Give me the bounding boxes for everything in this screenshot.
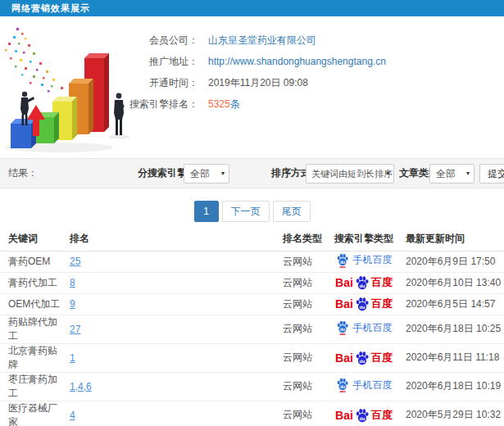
rank-cell: 1,4,6 (61, 372, 275, 401)
rank-link[interactable]: 9 (70, 298, 75, 310)
rank-link[interactable]: 1 (70, 352, 75, 364)
engine-label: 手机百度 (353, 378, 393, 392)
baidu-logo: Bai du 百度 (335, 351, 393, 365)
updated-cell: 2020年6月18日 10:19 (400, 372, 504, 401)
keyword-cell: 北京膏药贴牌 (0, 343, 61, 372)
rank-cell: 8 (61, 272, 275, 293)
baidu-paw-icon: du (336, 378, 349, 392)
engine-type-cell: du 手机百度 (328, 372, 400, 401)
header-section: 会员公司： 山东皇圣堂药业有限公司 推广地址： http://www.shand… (0, 16, 504, 158)
promo-url-link[interactable]: http://www.shandonghuangshengtang.cn (208, 56, 386, 67)
rank-type-cell: 云网站 (275, 293, 328, 315)
baidu-logo-bai: Bai (335, 351, 353, 365)
baidu-logo-cn: 百度 (371, 297, 393, 311)
mobile-baidu-logo: du 手机百度 (336, 378, 393, 392)
engine-filter-value: 全部 (190, 168, 210, 179)
svg-text:du: du (339, 384, 344, 389)
updated-cell: 2020年6月18日 10:25 (400, 315, 504, 343)
rank-type-cell: 云网站 (275, 401, 328, 426)
svg-text:du: du (339, 327, 344, 332)
baidu-logo: Bai du 百度 (335, 275, 393, 290)
header-engine-type: 搜索引擎类型 (328, 228, 400, 251)
rank-type-cell: 云网站 (275, 272, 328, 293)
chevron-down-icon: ▾ (221, 165, 225, 183)
updated-cell: 2020年6月9日 17:50 (400, 251, 504, 272)
svg-text:du: du (339, 260, 344, 265)
sort-filter-label: 排序方式 (271, 159, 311, 188)
rank-cell: 9 (61, 293, 275, 315)
svg-text:du: du (359, 416, 366, 421)
sort-filter-value: 关键词由短到长排序 (311, 169, 393, 179)
engine-label: 手机百度 (353, 321, 393, 335)
submit-button[interactable]: 提交 (479, 164, 504, 184)
rank-link[interactable]: 4 (70, 410, 75, 421)
table-header-row: 关键词 排名 排名类型 搜索引擎类型 最新更新时间 (0, 228, 504, 251)
baidu-logo-bai: Bai (335, 297, 353, 310)
baidu-paw-icon: du (355, 408, 370, 423)
baidu-logo-cn: 百度 (371, 275, 393, 290)
baidu-logo-bai: Bai (335, 276, 353, 289)
table-row: 北京膏药贴牌 1 云网站 Bai du 百度 2020年6月11日 11:18 (0, 343, 504, 372)
engine-type-cell: du 手机百度 (328, 315, 400, 343)
rank-type-cell: 云网站 (275, 251, 328, 272)
baidu-paw-icon: du (336, 320, 349, 335)
header-rank: 排名 (61, 228, 275, 251)
article-type-value: 全部 (436, 168, 456, 179)
rank-link[interactable]: 8 (70, 277, 75, 288)
sort-filter-select[interactable]: 关键词由短到长排序 ▾ (306, 164, 394, 184)
table-row: OEM代加工 9 云网站 Bai du 百度 2020年6月5日 14:57 (0, 293, 504, 315)
rank-cell: 27 (61, 315, 275, 343)
article-type-select[interactable]: 全部 ▾ (429, 164, 474, 184)
updated-cell: 2020年6月10日 13:40 (400, 272, 504, 293)
mobile-baidu-logo: du 手机百度 (336, 253, 393, 268)
baidu-paw-icon: du (336, 253, 349, 268)
engine-type-cell: Bai du 百度 (328, 401, 400, 426)
keyword-cell: 膏药OEM (0, 251, 61, 272)
page-title: 网络营销效果展示 (11, 0, 90, 16)
updated-cell: 2020年6月5日 14:57 (400, 293, 504, 315)
rank-type-cell: 云网站 (275, 372, 328, 401)
pagination: 1 下一页 尾页 (0, 201, 504, 222)
ranking-table: 关键词 排名 排名类型 搜索引擎类型 最新更新时间 膏药OEM 25 云网站 d… (0, 228, 504, 426)
info-row-url: 推广地址： http://www.shandonghuangshengtang.… (0, 51, 504, 72)
info-row-open-time: 开通时间： 2019年11月20日 09:08 (0, 72, 504, 93)
engine-type-cell: Bai du 百度 (328, 343, 400, 372)
chevron-down-icon: ▾ (386, 165, 389, 183)
engine-filter-select[interactable]: 全部 ▾ (184, 164, 229, 184)
result-label: 结果： (8, 159, 38, 188)
keyword-cell: 药贴牌代加工 (0, 315, 61, 343)
page-button-last[interactable]: 尾页 (273, 201, 311, 222)
rank-count-number: 5325 (208, 98, 230, 110)
baidu-paw-icon: du (355, 297, 370, 311)
page-button-next[interactable]: 下一页 (222, 201, 270, 222)
svg-text:du: du (359, 305, 366, 310)
promo-url-label: 推广地址： (0, 55, 198, 69)
company-link[interactable]: 山东皇圣堂药业有限公司 (208, 34, 316, 48)
table-row: 膏药代加工 8 云网站 Bai du 百度 2020年6月10日 13:40 (0, 272, 504, 293)
rank-count-label: 搜索引擎排名： (0, 97, 198, 111)
baidu-logo: Bai du 百度 (335, 408, 393, 423)
rank-link[interactable]: 25 (70, 256, 80, 267)
rank-link[interactable]: 1,4,6 (70, 381, 92, 392)
page-button-current[interactable]: 1 (194, 201, 219, 222)
rank-link[interactable]: 27 (70, 324, 80, 335)
company-info: 会员公司： 山东皇圣堂药业有限公司 推广地址： http://www.shand… (0, 29, 504, 115)
table-row: 药贴牌代加工 27 云网站 du 手机百度 2020年6月18日 10:25 (0, 315, 504, 343)
baidu-logo: Bai du 百度 (335, 297, 393, 311)
keyword-cell: 枣庄膏药加工 (0, 372, 61, 401)
svg-text:du: du (359, 359, 366, 364)
open-time-label: 开通时间： (0, 76, 198, 90)
rank-count-unit: 条 (230, 98, 240, 110)
rank-type-cell: 云网站 (275, 315, 328, 343)
engine-type-cell: du 手机百度 (328, 251, 400, 272)
filter-bar: 结果： 分搜索引擎查看 全部 ▾ 排序方式 关键词由短到长排序 ▾ 文章类型 全… (0, 158, 504, 188)
baidu-logo-cn: 百度 (371, 408, 393, 423)
header-rank-type: 排名类型 (275, 228, 328, 251)
table-row: 枣庄膏药加工 1,4,6 云网站 du 手机百度 2020年6月18日 10:1… (0, 372, 504, 401)
header-updated: 最新更新时间 (400, 228, 504, 251)
window-titlebar: 网络营销效果展示 (0, 0, 504, 16)
company-label: 会员公司： (0, 34, 198, 48)
info-row-company: 会员公司： 山东皇圣堂药业有限公司 (0, 29, 504, 51)
rank-type-cell: 云网站 (275, 343, 328, 372)
mobile-baidu-logo: du 手机百度 (336, 320, 393, 335)
